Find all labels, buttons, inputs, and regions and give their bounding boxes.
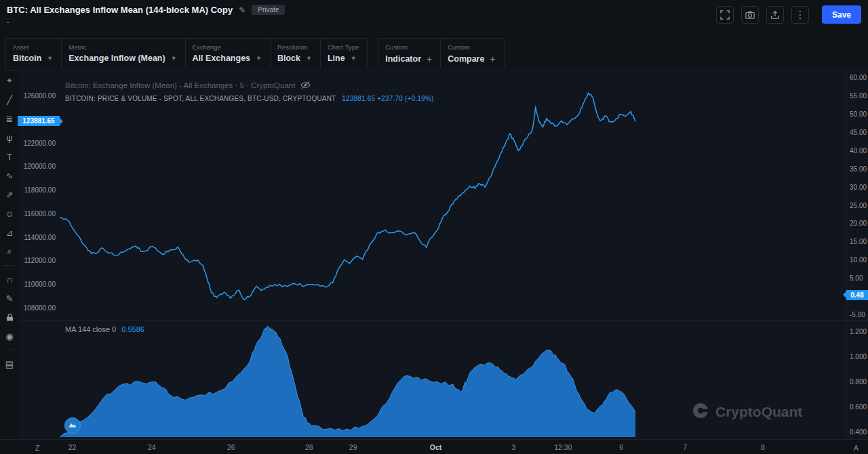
fib-retracement-icon[interactable]: ≣ (2, 111, 17, 126)
axis-tick: 25.00 (850, 202, 868, 210)
axis-tick: 5.00 (850, 274, 868, 283)
cryptoquant-watermark: CryptoQuant (692, 402, 802, 422)
axis-tick: 126000.00 (18, 92, 56, 100)
axis-tick: 10.00 (850, 256, 868, 264)
current-inflow-label: 0.48 (846, 290, 868, 300)
price-value: 123881.65 (342, 95, 375, 102)
axis-tick: 110000.00 (18, 281, 56, 289)
toolbar-separator (4, 350, 15, 350)
axis-tick: 112000.00 (18, 257, 56, 265)
trash-icon[interactable]: ▤ (2, 356, 17, 371)
axis-tick: 116000.00 (18, 210, 56, 218)
axis-tick: 30.00 (850, 184, 868, 192)
x-axis-tick: 26 (227, 443, 235, 451)
legend-ma[interactable]: MA 144 close 0 0.5586 (65, 325, 144, 333)
x-axis-tick: Oct (430, 443, 442, 451)
price-change: +237.70 (+0.19%) (377, 95, 433, 102)
right-axis-border (846, 68, 847, 439)
app-root: BTC: All Exchanges Inflow Mean (144-bloc… (0, 0, 868, 454)
axis-tick: 50.00 (850, 110, 868, 119)
axis-tick: 118000.00 (18, 186, 56, 194)
legend-price-series[interactable]: BITCOIN: PRICE & VOLUME - SPOT, ALL EXCH… (65, 95, 434, 102)
axis-tick: 120000.00 (18, 163, 56, 171)
axis-tick: 45.00 (850, 129, 868, 137)
x-axis-tick: 29 (349, 443, 357, 451)
auto-scale-button[interactable]: A (854, 444, 859, 452)
emoji-icon[interactable]: ☺ (2, 206, 17, 221)
axis-tick: 114000.00 (18, 234, 56, 242)
xabcd-pattern-icon[interactable]: ∿ (2, 168, 17, 183)
toolbar-separator (4, 265, 15, 266)
timezone-button[interactable]: Z (35, 444, 39, 452)
x-axis-tick: 7 (683, 443, 687, 451)
x-axis-tick: 24 (148, 443, 156, 451)
axis-tick: 40.00 (850, 147, 868, 155)
axis-tick: 55.00 (850, 92, 868, 100)
magnet-icon[interactable]: ∩ (2, 272, 17, 287)
mountain-icon (68, 420, 77, 432)
watermark-text: CryptoQuant (715, 404, 802, 420)
zoom-in-icon[interactable]: ⌕ (2, 244, 17, 259)
axis-tick: 35.00 (850, 165, 868, 173)
x-axis-tick: 6 (619, 443, 623, 451)
axis-tick: 1.000 (850, 353, 868, 361)
long-position-icon[interactable]: ⇗ (2, 187, 17, 202)
pane-resize-divider[interactable] (19, 320, 868, 321)
axis-tick: 122000.00 (18, 140, 56, 148)
axis-tick: 20.00 (850, 220, 868, 228)
price-line-chart[interactable] (60, 73, 846, 318)
x-axis-tick: 3 (511, 443, 515, 451)
axis-tick: 15.00 (850, 238, 868, 246)
axis-tick: 0.600 (850, 403, 868, 411)
x-axis-tick: 8 (761, 443, 765, 451)
pitchfork-icon[interactable]: ψ (2, 130, 17, 145)
axis-tick: 108000.00 (18, 304, 56, 312)
ma-value: 0.5586 (121, 325, 144, 333)
x-axis-tick: 22 (68, 443, 77, 451)
text-tool-icon[interactable]: T (2, 149, 17, 164)
chart-logo-button[interactable] (64, 417, 81, 434)
draw-icon[interactable]: ✎ (2, 291, 17, 306)
axis-tick: 60.00 (850, 74, 868, 82)
legend-inflow-series[interactable]: Bitcoin: Exchange Inflow (Mean) - All Ex… (65, 80, 311, 90)
x-axis-tick: 12:30 (554, 443, 572, 451)
eye-off-icon[interactable] (300, 80, 311, 90)
current-price-label: 123881.65 (18, 116, 60, 126)
axis-tick: 0.400 (850, 428, 868, 436)
axis-tick: 0.800 (850, 378, 868, 386)
lock-icon[interactable] (2, 310, 17, 325)
measure-icon[interactable]: ⊿ (2, 225, 17, 240)
eye-visibility-icon[interactable]: ◉ (2, 329, 17, 344)
chart-stage: ⌖╱≣ψT∿⇗☺⊿⌕∩✎◉▤ 126000.00124000.00122000.… (0, 0, 868, 454)
trend-line-icon[interactable]: ╱ (2, 92, 17, 107)
crosshair-icon[interactable]: ⌖ (2, 73, 17, 88)
cryptoquant-logo-icon (692, 402, 709, 422)
drawing-toolbar: ⌖╱≣ψT∿⇗☺⊿⌕∩✎◉▤ (0, 73, 19, 371)
axis-tick: -5.00 (850, 311, 868, 319)
axis-tick: 1.200 (850, 328, 868, 336)
x-axis-tick: 28 (305, 443, 313, 451)
